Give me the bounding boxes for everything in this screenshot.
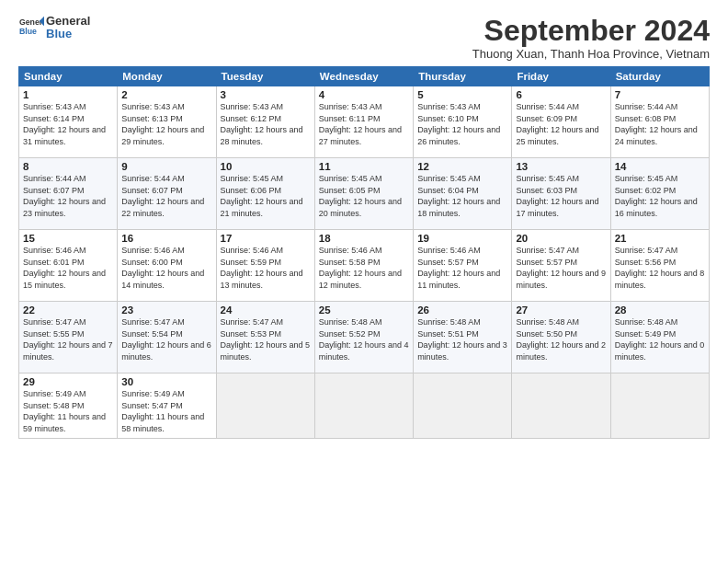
calendar-cell: 8 Sunrise: 5:44 AM Sunset: 6:07 PM Dayli… xyxy=(19,158,118,230)
day-info: Sunrise: 5:44 AM Sunset: 6:09 PM Dayligh… xyxy=(516,101,606,147)
day-info: Sunrise: 5:48 AM Sunset: 5:49 PM Dayligh… xyxy=(615,316,705,362)
calendar-cell: 20 Sunrise: 5:47 AM Sunset: 5:57 PM Dayl… xyxy=(512,230,610,302)
calendar-cell xyxy=(216,373,314,438)
day-info: Sunrise: 5:44 AM Sunset: 6:07 PM Dayligh… xyxy=(23,173,113,219)
calendar-cell: 10 Sunrise: 5:45 AM Sunset: 6:06 PM Dayl… xyxy=(216,158,314,230)
logo: General Blue General Blue xyxy=(18,15,90,41)
day-info: Sunrise: 5:47 AM Sunset: 5:57 PM Dayligh… xyxy=(516,245,606,291)
logo-text-1: General xyxy=(46,15,90,28)
calendar-cell: 30 Sunrise: 5:49 AM Sunset: 5:47 PM Dayl… xyxy=(118,373,216,438)
day-number: 22 xyxy=(23,304,113,316)
calendar-cell: 23 Sunrise: 5:47 AM Sunset: 5:54 PM Dayl… xyxy=(118,302,216,373)
svg-text:General: General xyxy=(19,18,44,28)
calendar-cell: 9 Sunrise: 5:44 AM Sunset: 6:07 PM Dayli… xyxy=(118,158,216,230)
day-number: 5 xyxy=(417,89,507,100)
header: General Blue General Blue September 2024… xyxy=(18,15,710,61)
calendar-cell: 13 Sunrise: 5:45 AM Sunset: 6:03 PM Dayl… xyxy=(512,158,610,230)
title-block: September 2024 Thuong Xuan, Thanh Hoa Pr… xyxy=(472,15,710,61)
calendar-cell: 2 Sunrise: 5:43 AM Sunset: 6:13 PM Dayli… xyxy=(118,86,216,158)
day-info: Sunrise: 5:45 AM Sunset: 6:02 PM Dayligh… xyxy=(615,173,705,219)
day-number: 3 xyxy=(221,89,311,100)
calendar-cell: 21 Sunrise: 5:47 AM Sunset: 5:56 PM Dayl… xyxy=(610,230,709,302)
calendar-cell: 25 Sunrise: 5:48 AM Sunset: 5:52 PM Dayl… xyxy=(314,302,413,373)
day-info: Sunrise: 5:43 AM Sunset: 6:14 PM Dayligh… xyxy=(23,101,113,147)
day-number: 21 xyxy=(615,233,705,244)
month-title: September 2024 xyxy=(472,15,710,47)
calendar-week-2: 8 Sunrise: 5:44 AM Sunset: 6:07 PM Dayli… xyxy=(19,158,710,230)
day-info: Sunrise: 5:45 AM Sunset: 6:06 PM Dayligh… xyxy=(221,173,311,219)
calendar-cell: 5 Sunrise: 5:43 AM Sunset: 6:10 PM Dayli… xyxy=(414,86,512,158)
calendar-week-3: 15 Sunrise: 5:46 AM Sunset: 6:01 PM Dayl… xyxy=(19,230,710,302)
day-number: 2 xyxy=(121,89,211,100)
day-info: Sunrise: 5:43 AM Sunset: 6:12 PM Dayligh… xyxy=(221,101,311,147)
calendar-cell: 26 Sunrise: 5:48 AM Sunset: 5:51 PM Dayl… xyxy=(414,302,512,373)
logo-icon: General Blue xyxy=(18,15,44,40)
day-number: 10 xyxy=(221,161,311,172)
calendar-cell: 22 Sunrise: 5:47 AM Sunset: 5:55 PM Dayl… xyxy=(19,302,118,373)
day-number: 12 xyxy=(417,161,507,172)
day-number: 15 xyxy=(23,233,113,244)
col-header-thursday: Thursday xyxy=(414,67,512,86)
calendar-cell: 18 Sunrise: 5:46 AM Sunset: 5:58 PM Dayl… xyxy=(314,230,413,302)
day-number: 1 xyxy=(23,89,113,100)
col-header-sunday: Sunday xyxy=(19,67,118,86)
col-header-friday: Friday xyxy=(512,67,610,86)
day-number: 19 xyxy=(417,233,507,244)
calendar-cell: 17 Sunrise: 5:46 AM Sunset: 5:59 PM Dayl… xyxy=(216,230,314,302)
calendar-cell xyxy=(314,373,413,438)
calendar-cell: 7 Sunrise: 5:44 AM Sunset: 6:08 PM Dayli… xyxy=(610,86,709,158)
location: Thuong Xuan, Thanh Hoa Province, Vietnam xyxy=(472,47,710,61)
day-info: Sunrise: 5:46 AM Sunset: 5:59 PM Dayligh… xyxy=(221,245,311,291)
day-number: 7 xyxy=(615,89,705,100)
calendar-cell: 16 Sunrise: 5:46 AM Sunset: 6:00 PM Dayl… xyxy=(118,230,216,302)
day-number: 14 xyxy=(615,161,705,172)
day-info: Sunrise: 5:46 AM Sunset: 6:00 PM Dayligh… xyxy=(121,245,211,291)
day-info: Sunrise: 5:46 AM Sunset: 5:58 PM Dayligh… xyxy=(319,245,409,291)
logo-text-2: Blue xyxy=(46,28,90,40)
calendar-cell: 12 Sunrise: 5:45 AM Sunset: 6:04 PM Dayl… xyxy=(414,158,512,230)
day-info: Sunrise: 5:43 AM Sunset: 6:10 PM Dayligh… xyxy=(417,101,507,147)
day-number: 26 xyxy=(417,304,507,316)
day-number: 17 xyxy=(221,233,311,244)
day-number: 8 xyxy=(23,161,113,172)
calendar-cell: 15 Sunrise: 5:46 AM Sunset: 6:01 PM Dayl… xyxy=(19,230,118,302)
day-number: 29 xyxy=(23,376,113,387)
day-number: 13 xyxy=(516,161,606,172)
day-number: 25 xyxy=(319,304,409,316)
day-info: Sunrise: 5:48 AM Sunset: 5:51 PM Dayligh… xyxy=(417,316,507,362)
day-info: Sunrise: 5:48 AM Sunset: 5:52 PM Dayligh… xyxy=(319,316,409,362)
day-info: Sunrise: 5:47 AM Sunset: 5:54 PM Dayligh… xyxy=(121,316,211,362)
day-number: 18 xyxy=(319,233,409,244)
calendar-cell: 29 Sunrise: 5:49 AM Sunset: 5:48 PM Dayl… xyxy=(19,373,118,438)
day-info: Sunrise: 5:49 AM Sunset: 5:48 PM Dayligh… xyxy=(23,388,113,434)
day-info: Sunrise: 5:47 AM Sunset: 5:56 PM Dayligh… xyxy=(615,245,705,291)
day-info: Sunrise: 5:45 AM Sunset: 6:03 PM Dayligh… xyxy=(516,173,606,219)
calendar-cell xyxy=(610,373,709,438)
day-info: Sunrise: 5:43 AM Sunset: 6:11 PM Dayligh… xyxy=(319,101,409,147)
day-info: Sunrise: 5:47 AM Sunset: 5:55 PM Dayligh… xyxy=(23,316,113,362)
calendar-cell xyxy=(512,373,610,438)
day-info: Sunrise: 5:45 AM Sunset: 6:04 PM Dayligh… xyxy=(417,173,507,219)
day-number: 27 xyxy=(516,304,606,316)
day-number: 28 xyxy=(615,304,705,316)
calendar-cell: 14 Sunrise: 5:45 AM Sunset: 6:02 PM Dayl… xyxy=(610,158,709,230)
calendar-cell: 4 Sunrise: 5:43 AM Sunset: 6:11 PM Dayli… xyxy=(314,86,413,158)
calendar-cell: 27 Sunrise: 5:48 AM Sunset: 5:50 PM Dayl… xyxy=(512,302,610,373)
day-number: 11 xyxy=(319,161,409,172)
day-info: Sunrise: 5:43 AM Sunset: 6:13 PM Dayligh… xyxy=(121,101,211,147)
calendar-cell: 11 Sunrise: 5:45 AM Sunset: 6:05 PM Dayl… xyxy=(314,158,413,230)
day-info: Sunrise: 5:44 AM Sunset: 6:07 PM Dayligh… xyxy=(121,173,211,219)
day-info: Sunrise: 5:45 AM Sunset: 6:05 PM Dayligh… xyxy=(319,173,409,219)
page: General Blue General Blue September 2024… xyxy=(0,0,728,563)
day-number: 23 xyxy=(121,304,211,316)
col-header-saturday: Saturday xyxy=(610,67,709,86)
calendar-week-4: 22 Sunrise: 5:47 AM Sunset: 5:55 PM Dayl… xyxy=(19,302,710,373)
col-header-wednesday: Wednesday xyxy=(314,67,413,86)
calendar-cell xyxy=(414,373,512,438)
calendar-week-5: 29 Sunrise: 5:49 AM Sunset: 5:48 PM Dayl… xyxy=(19,373,710,438)
calendar-cell: 24 Sunrise: 5:47 AM Sunset: 5:53 PM Dayl… xyxy=(216,302,314,373)
calendar-cell: 1 Sunrise: 5:43 AM Sunset: 6:14 PM Dayli… xyxy=(19,86,118,158)
day-info: Sunrise: 5:47 AM Sunset: 5:53 PM Dayligh… xyxy=(221,316,311,362)
day-number: 16 xyxy=(121,233,211,244)
calendar-week-1: 1 Sunrise: 5:43 AM Sunset: 6:14 PM Dayli… xyxy=(19,86,710,158)
